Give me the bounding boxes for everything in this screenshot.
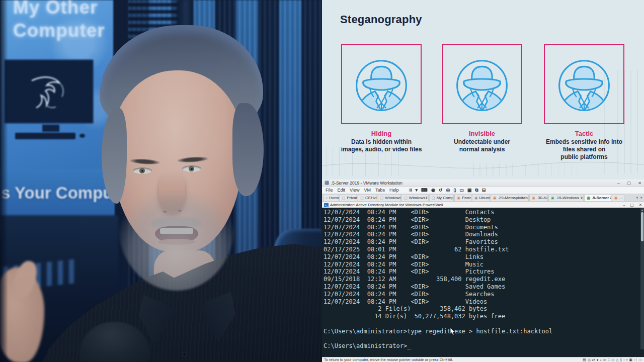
- terminal-line: 02/17/2025 08:01 PM 62 hostfile.txt: [324, 246, 644, 253]
- powershell-console[interactable]: 12/07/2024 08:24 PM <DIR> Contacts12/07/…: [322, 208, 644, 349]
- device-icon[interactable]: ▤: [583, 358, 586, 362]
- terminal-line: 2 File(s) 358,462 bytes: [324, 305, 644, 313]
- vm-tab[interactable]: ▣ Ubuntu ×: [472, 194, 490, 201]
- device-icon[interactable]: ▪: [626, 358, 627, 361]
- terminal-line: 12/07/2024 08:24 PM <DIR> Documents: [324, 224, 644, 231]
- toolbar-icon[interactable]: ▯: [453, 188, 456, 193]
- toolbar-icon[interactable]: ↺: [439, 188, 443, 193]
- vm-tab[interactable]: ⌂ Home ×: [323, 194, 339, 201]
- vm-tab[interactable]: ▣ .30-Kali ×: [529, 194, 548, 201]
- maximize-icon[interactable]: ▢: [630, 203, 634, 207]
- device-icon[interactable]: □: [608, 358, 610, 361]
- device-icon[interactable]: △: [616, 358, 618, 362]
- toolbar-icon[interactable]: ⊟: [482, 188, 486, 193]
- terminal-line: 12/07/2024 08:24 PM <DIR> Downloads: [324, 231, 644, 238]
- spy-icon: [350, 53, 413, 116]
- device-icon[interactable]: ▯: [620, 358, 622, 362]
- slide-card: Tactic Embeds sensitive info into files …: [543, 44, 625, 161]
- terminal-line: C:\Users\administrator>: [324, 342, 644, 349]
- slide-card: Invisible Undetectable under normal anal…: [441, 44, 523, 153]
- vm-tab-icon: ▢: [360, 196, 364, 200]
- toolbar-icon[interactable]: ▭: [459, 188, 464, 193]
- toolbar-icon[interactable]: II: [409, 188, 412, 193]
- vm-tab[interactable]: ▣ Parrot ×: [454, 194, 471, 201]
- vmware-titlebar[interactable]: .5-Server 2019 - VMware Workstation – ▢ …: [322, 179, 644, 187]
- spy-icon: [450, 53, 514, 116]
- device-icon[interactable]: ♪: [600, 358, 602, 361]
- powershell-titlebar[interactable]: >_ Administrator: Active Directory Modul…: [322, 202, 644, 208]
- vm-tab-icon: ▣: [493, 196, 497, 200]
- vm-tab-label: .5-Server 2019: [592, 196, 611, 200]
- vm-tab[interactable]: ▢ Windows 11 ×: [378, 194, 401, 201]
- presentation-slide: Steganography Hiding Data is hidden with…: [322, 0, 644, 179]
- vm-tab-icon: ▢: [404, 196, 408, 200]
- card-description: Embeds sensitive info into files shared …: [543, 138, 625, 161]
- toolbar-icon[interactable]: ⌨: [421, 188, 428, 193]
- terminal-line: [324, 335, 644, 343]
- toolbar-icon[interactable]: ▣: [467, 188, 472, 193]
- device-icon[interactable]: ▭: [603, 358, 607, 362]
- vm-tab[interactable]: ▢ Windows11-AD ×: [401, 194, 429, 201]
- vmware-statusbar: To return to your computer, move the mou…: [322, 357, 644, 362]
- minimize-icon[interactable]: –: [617, 180, 620, 186]
- presenter-eye: [133, 167, 152, 174]
- card-label: Tactic: [543, 130, 625, 137]
- menu-item[interactable]: Tabs: [375, 188, 385, 193]
- vm-tab[interactable]: ▢ My Computer ×: [429, 194, 454, 201]
- vm-tab-label: Windows 11: [385, 196, 401, 200]
- menu-item[interactable]: File: [326, 188, 333, 193]
- device-icon[interactable]: ◇: [612, 358, 614, 362]
- device-icon[interactable]: ▣: [629, 358, 632, 362]
- vmware-window-controls: – ▢ ✕: [617, 180, 641, 186]
- vm-tab-icon: ▣: [532, 196, 535, 200]
- card-border: [442, 44, 522, 124]
- vmware-workstation-window: .5-Server 2019 - VMware Workstation – ▢ …: [322, 179, 644, 362]
- scrollbar-thumb[interactable]: [641, 212, 643, 241]
- vm-tab[interactable]: ▣ … ×: [612, 194, 624, 201]
- scroll-up-icon[interactable]: ▲: [640, 208, 644, 212]
- toolbar-icon[interactable]: ▾: [415, 188, 418, 193]
- vmware-logo-icon: [325, 180, 329, 185]
- message-icon[interactable]: ▭: [638, 358, 642, 362]
- vm-tab-label: Private: [347, 196, 357, 200]
- menu-item[interactable]: Help: [389, 188, 399, 193]
- device-icon[interactable]: ♦: [597, 358, 599, 361]
- poster-mouse-graphic: [79, 134, 85, 138]
- poster-text: My Other Computer: [13, 0, 109, 43]
- vm-tab[interactable]: ▢ Private ×: [340, 194, 357, 201]
- background-banner: s Your Comput: [0, 169, 115, 217]
- toolbar-icon[interactable]: ⧉: [475, 188, 478, 193]
- menu-item[interactable]: VM: [364, 188, 371, 193]
- vmware-menubar: FileEditViewVMTabsHelp II▾⌨◉↺◎▯▭▣⧉⊟: [322, 187, 644, 194]
- card-border: [544, 44, 624, 124]
- device-icon[interactable]: ⇄: [592, 358, 595, 362]
- terminal-line: 12/07/2024 08:24 PM <DIR> Desktop: [324, 216, 644, 224]
- vm-tab-icon: ▢: [432, 196, 435, 200]
- terminal-line: C:\Users\administrator>type regedit.exe …: [324, 328, 644, 335]
- menu-item[interactable]: View: [350, 188, 359, 193]
- vm-tab[interactable]: ▣ .29-Metasploitable2-Linux ×: [491, 194, 529, 201]
- close-icon[interactable]: ✕: [638, 180, 641, 186]
- presenter-eye: [182, 165, 201, 172]
- device-icon[interactable]: ▫: [634, 358, 635, 361]
- toolbar-icon[interactable]: ◎: [446, 188, 450, 193]
- toolbar-icon[interactable]: ◉: [431, 188, 435, 193]
- vm-tab[interactable]: ▣ .5-Server 2019 ×: [584, 194, 611, 201]
- vm-tab[interactable]: ▢ CEHv13 ×: [358, 194, 377, 201]
- tab-scroll-left-icon[interactable]: ◂: [636, 196, 638, 200]
- terminal-line: 12/07/2024 08:24 PM <DIR> Links: [324, 253, 644, 261]
- terminal-line: [324, 320, 644, 328]
- frame-shadow: [0, 0, 8, 362]
- vm-tab-label: Home: [329, 196, 339, 200]
- tab-scroll-right-icon[interactable]: ▸: [640, 196, 642, 200]
- device-icon[interactable]: ◎: [588, 358, 591, 362]
- vmware-window-title: .5-Server 2019 - VMware Workstation: [331, 180, 403, 186]
- terminal-scrollbar[interactable]: ▲: [640, 208, 644, 349]
- vm-tab-label: …: [619, 196, 623, 200]
- vm-tab[interactable]: ▣ .15-Windows 10-Target ×: [548, 194, 584, 201]
- close-icon[interactable]: ✕: [639, 203, 642, 207]
- menu-item[interactable]: Edit: [338, 188, 346, 193]
- device-icon[interactable]: ▫: [623, 358, 624, 361]
- minimize-icon[interactable]: –: [623, 203, 625, 207]
- maximize-icon[interactable]: ▢: [627, 180, 631, 186]
